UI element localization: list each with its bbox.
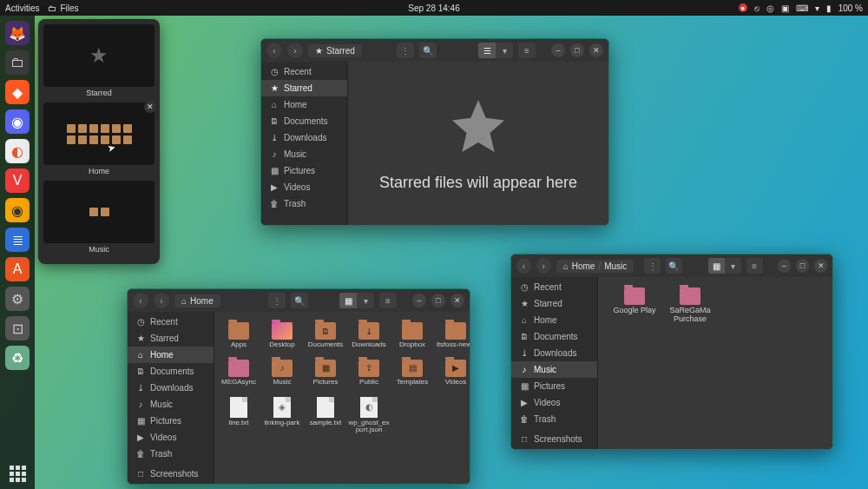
file-item[interactable]: MEGAsync [218, 360, 260, 387]
dock-software-icon[interactable]: A [5, 257, 30, 281]
breadcrumb-music[interactable]: Music [604, 261, 627, 271]
sidebar-item-downloads[interactable]: ⤓Downloads [511, 345, 597, 361]
sidebar-item-screenshots[interactable]: □Screenshots [128, 466, 214, 482]
dock-app-icon-1[interactable]: ◐ [5, 139, 30, 163]
search-button[interactable]: 🔍 [419, 43, 437, 58]
file-item[interactable]: Dropbox [391, 322, 433, 349]
file-item[interactable]: 🗎Documents [305, 322, 346, 349]
view-chevron-down-icon[interactable]: ▾ [725, 258, 741, 274]
close-button[interactable]: ✕ [814, 259, 827, 273]
view-chevron-down-icon[interactable]: ▾ [357, 293, 374, 308]
window-thumb-starred[interactable]: ★ [43, 24, 155, 87]
sidebar-item-trash[interactable]: 🗑Trash [261, 195, 347, 212]
search-button[interactable]: 🔍 [666, 258, 682, 274]
file-item[interactable]: ▤Templates [391, 360, 433, 387]
dock-discord-icon[interactable]: ◉ [5, 109, 30, 134]
back-button[interactable]: ‹ [516, 258, 531, 274]
clock-button[interactable]: Sep 28 14:46 [408, 3, 460, 13]
content-area[interactable]: Google PlaySaReGaMa Purchase [598, 277, 832, 449]
battery-icon[interactable]: ▮ [826, 3, 832, 13]
window-thumb-music[interactable] [43, 181, 155, 243]
hamburger-menu-button[interactable]: ≡ [746, 258, 763, 274]
sidebar-item-home[interactable]: ⌂Home [128, 347, 214, 363]
kebab-menu-button[interactable]: ⋮ [644, 258, 661, 274]
minimize-button[interactable]: – [412, 294, 426, 307]
file-item[interactable]: itsfoss-news [435, 322, 470, 349]
file-item[interactable]: ⤓Downloads [348, 322, 390, 349]
activities-button[interactable]: Activities [5, 3, 39, 13]
location-bar[interactable]: ★ Starred [308, 44, 362, 57]
sidebar-item-recent[interactable]: ◷Recent [128, 314, 214, 330]
sidebar-item-starred[interactable]: ★Starred [511, 295, 597, 312]
breadcrumb-home[interactable]: Home [572, 261, 595, 271]
sidebar-item-starred[interactable]: ★Starred [261, 80, 347, 96]
sidebar-item-documents[interactable]: 🗎Documents [261, 113, 347, 129]
dock-settings-icon[interactable]: ⚙ [5, 287, 30, 311]
screencast-indicator[interactable]: ■ [739, 3, 747, 12]
show-applications-button[interactable] [10, 466, 26, 482]
sidebar-item-music[interactable]: ♪Music [511, 361, 597, 378]
hamburger-menu-button[interactable]: ≡ [518, 43, 536, 58]
dock-vivaldi-icon[interactable]: V [5, 169, 30, 193]
file-item[interactable]: ◐wp_ghost_export.json [348, 397, 390, 435]
minimize-button[interactable]: – [778, 259, 791, 273]
sidebar-item-downloads[interactable]: ⤓Downloads [128, 380, 214, 396]
maximize-button[interactable]: □ [796, 259, 809, 273]
sidebar-item-pictures[interactable]: ▦Pictures [511, 378, 597, 394]
back-button[interactable]: ‹ [266, 43, 282, 58]
sidebar-item-documents[interactable]: 🗎Documents [511, 328, 597, 345]
forward-button[interactable]: › [154, 293, 169, 308]
file-item[interactable]: ♪Music [261, 360, 303, 387]
dock-disk-icon[interactable]: ⊡ [5, 316, 30, 340]
dock-trash-icon[interactable]: ♻ [5, 346, 30, 370]
sidebar-item-music[interactable]: ♪Music [261, 146, 347, 162]
kebab-menu-button[interactable]: ⋮ [268, 293, 286, 308]
appmenu-files[interactable]: 🗀 Files [48, 3, 78, 13]
grid-view-button[interactable]: ▦ [339, 293, 357, 308]
dock-brave-icon[interactable]: ◆ [5, 80, 30, 104]
indicator-icon-3[interactable]: ▣ [781, 3, 789, 13]
dock-rhythmbox-icon[interactable]: ◉ [5, 198, 30, 222]
dock-files-icon[interactable]: 🗀 [5, 50, 30, 75]
back-button[interactable]: ‹ [133, 293, 148, 308]
sidebar-item-music[interactable]: ♪Music [128, 396, 214, 413]
sidebar-item-videos[interactable]: ▶Videos [128, 429, 214, 446]
sidebar-item-home[interactable]: ⌂Home [511, 312, 597, 328]
search-button[interactable]: 🔍 [291, 293, 308, 308]
maximize-button[interactable]: □ [570, 43, 584, 57]
grid-view-button[interactable]: ▦ [708, 258, 725, 274]
file-item[interactable]: Desktop [261, 322, 303, 349]
file-item[interactable]: ▶Videos [435, 360, 470, 387]
file-item[interactable]: Google Play [608, 287, 661, 324]
dock-writer-icon[interactable]: ≣ [5, 228, 30, 252]
keyboard-indicator[interactable]: ⌨ [796, 3, 808, 13]
network-icon[interactable]: ▾ [815, 3, 819, 13]
sidebar-item-recent[interactable]: ◷Recent [261, 63, 347, 80]
sidebar-item-screenshots[interactable]: □Screenshots [511, 431, 597, 447]
sidebar-item-pictures[interactable]: ▦Pictures [128, 413, 214, 429]
close-button[interactable]: ✕ [450, 294, 464, 307]
file-item[interactable]: SaReGaMa Purchase [664, 287, 716, 324]
sidebar-item-trash[interactable]: 🗑Trash [128, 446, 214, 462]
sidebar-item-downloads[interactable]: ⤓Downloads [261, 129, 347, 146]
dock-firefox-icon[interactable]: 🦊 [5, 21, 30, 45]
hamburger-menu-button[interactable]: ≡ [379, 293, 397, 308]
list-view-button[interactable]: ☰ [478, 43, 496, 58]
content-area[interactable]: AppsDesktop🗎Documents⤓DownloadsDropboxit… [214, 312, 470, 484]
kebab-menu-button[interactable]: ⋮ [397, 43, 414, 58]
file-item[interactable]: sample.txt [305, 397, 346, 435]
indicator-icon-2[interactable]: ◎ [766, 3, 774, 13]
sidebar-item-starred[interactable]: ★Starred [128, 330, 214, 347]
forward-button[interactable]: › [536, 258, 551, 274]
location-bar[interactable]: ⌂ Home [174, 294, 220, 307]
file-item[interactable]: Apps [218, 322, 260, 349]
file-item[interactable]: ⇪Public [348, 360, 390, 387]
close-icon[interactable]: ✕ [144, 101, 156, 113]
window-thumb-home[interactable]: ✕ ➤ [43, 102, 155, 165]
sidebar-item-recent[interactable]: ◷Recent [511, 279, 597, 295]
forward-button[interactable]: › [287, 43, 303, 58]
file-item[interactable]: line.txt [218, 397, 260, 435]
location-bar[interactable]: ⌂ Home / Music [556, 260, 635, 273]
view-chevron-down-icon[interactable]: ▾ [496, 43, 513, 58]
maximize-button[interactable]: □ [431, 294, 445, 307]
